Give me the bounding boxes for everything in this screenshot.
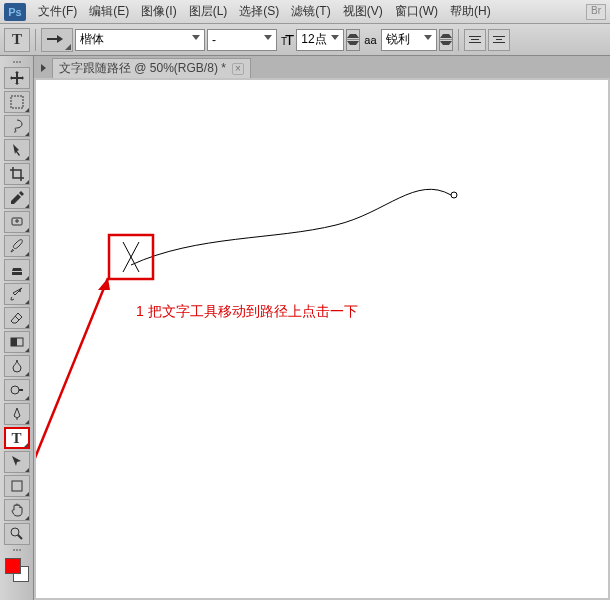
ps-logo: Ps — [4, 3, 26, 21]
path-select-tool[interactable] — [4, 451, 30, 473]
annotation-text: 1 把文字工具移动到路径上点击一下 — [136, 303, 358, 321]
move-tool[interactable] — [4, 67, 30, 89]
align-left-button[interactable] — [464, 29, 486, 51]
toolbox-grip[interactable] — [4, 58, 30, 66]
canvas[interactable]: 1 把文字工具移动到路径上点击一下 — [36, 80, 608, 598]
svg-rect-4 — [11, 338, 17, 346]
history-brush-tool[interactable] — [4, 283, 30, 305]
toolbox-divider — [4, 546, 30, 554]
text-orientation-toggle[interactable] — [41, 28, 73, 52]
font-size-value: 12点 — [301, 31, 326, 48]
menu-edit[interactable]: 编辑(E) — [83, 3, 135, 20]
antialias-spinner[interactable] — [439, 29, 453, 51]
lasso-tool[interactable] — [4, 115, 30, 137]
font-size-input[interactable]: 12点 — [296, 29, 344, 51]
document-tab-title: 文字跟随路径 @ 50%(RGB/8) * — [59, 60, 226, 77]
menu-filter[interactable]: 滤镜(T) — [285, 3, 336, 20]
svg-point-5 — [11, 386, 19, 394]
color-swatch[interactable] — [5, 558, 29, 582]
close-tab-icon[interactable]: × — [232, 63, 244, 75]
bridge-button[interactable]: Br — [586, 4, 606, 20]
dodge-tool[interactable] — [4, 379, 30, 401]
zoom-tool[interactable] — [4, 523, 30, 545]
document-tab-bar: 文字跟随路径 @ 50%(RGB/8) * × — [34, 56, 610, 78]
eyedropper-tool[interactable] — [4, 187, 30, 209]
options-bar: T 楷体 - TT 12点 aa 锐利 — [0, 24, 610, 56]
collapse-icon[interactable] — [40, 58, 50, 78]
type-tool[interactable]: T — [4, 427, 30, 449]
canvas-content — [36, 80, 608, 598]
clone-stamp-tool[interactable] — [4, 259, 30, 281]
svg-rect-0 — [11, 96, 23, 108]
document-tab[interactable]: 文字跟随路径 @ 50%(RGB/8) * × — [52, 58, 251, 78]
font-size-spinner[interactable] — [346, 29, 360, 51]
align-center-button[interactable] — [488, 29, 510, 51]
font-style-dropdown[interactable]: - — [207, 29, 277, 51]
gradient-tool[interactable] — [4, 331, 30, 353]
svg-point-2 — [19, 290, 21, 292]
menu-select[interactable]: 选择(S) — [233, 3, 285, 20]
svg-line-10 — [36, 278, 108, 480]
shape-tool[interactable] — [4, 475, 30, 497]
menu-bar: Ps 文件(F) 编辑(E) 图像(I) 图层(L) 选择(S) 滤镜(T) 视… — [0, 0, 610, 24]
menu-image[interactable]: 图像(I) — [135, 3, 182, 20]
menu-layer[interactable]: 图层(L) — [183, 3, 234, 20]
svg-marker-11 — [98, 278, 110, 290]
font-style-value: - — [212, 33, 216, 47]
tool-preset-icon[interactable]: T — [4, 28, 30, 52]
brush-tool[interactable] — [4, 235, 30, 257]
antialias-dropdown[interactable]: 锐利 — [381, 29, 437, 51]
crop-tool[interactable] — [4, 163, 30, 185]
blur-tool[interactable] — [4, 355, 30, 377]
menu-view[interactable]: 视图(V) — [337, 3, 389, 20]
antialias-value: 锐利 — [386, 31, 410, 48]
hand-tool[interactable] — [4, 499, 30, 521]
svg-rect-6 — [12, 481, 22, 491]
toolbox: T — [0, 56, 34, 600]
menu-window[interactable]: 窗口(W) — [389, 3, 444, 20]
font-family-value: 楷体 — [80, 31, 104, 48]
svg-point-7 — [11, 528, 19, 536]
size-icon: TT — [281, 31, 292, 49]
svg-point-8 — [451, 192, 457, 198]
quick-select-tool[interactable] — [4, 139, 30, 161]
antialias-label: aa — [364, 34, 376, 46]
eraser-tool[interactable] — [4, 307, 30, 329]
marquee-tool[interactable] — [4, 91, 30, 113]
healing-brush-tool[interactable] — [4, 211, 30, 233]
pen-tool[interactable] — [4, 403, 30, 425]
menu-help[interactable]: 帮助(H) — [444, 3, 497, 20]
font-family-dropdown[interactable]: 楷体 — [75, 29, 205, 51]
menu-file[interactable]: 文件(F) — [32, 3, 83, 20]
